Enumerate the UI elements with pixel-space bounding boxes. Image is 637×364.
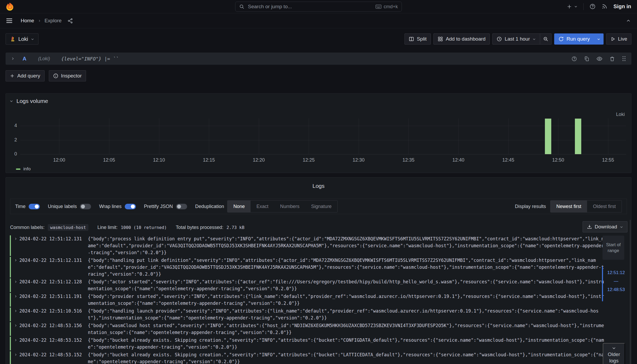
- order-newest-first[interactable]: Newest first: [550, 201, 587, 212]
- time-range-group: Last 1 hour: [492, 33, 552, 45]
- gridline: [59, 118, 59, 154]
- volume-source-label: Loki: [616, 112, 625, 117]
- dedup-none[interactable]: None: [227, 201, 251, 212]
- log-row[interactable]: 2024-02-22 12:51:12.131{"body":"process …: [10, 235, 606, 256]
- log-row[interactable]: 2024-02-22 12:51:11.191{"body":"provider…: [10, 293, 606, 307]
- inspector-button[interactable]: Inspector: [49, 70, 86, 81]
- split-icon: [409, 36, 414, 42]
- search-icon: [239, 4, 244, 9]
- log-timestamp: 2024-02-22 12:48:53.156: [19, 322, 82, 336]
- log-row[interactable]: 2024-02-22 12:51:12.128{"body":"actor st…: [10, 278, 606, 292]
- order-oldest-first[interactable]: Oldest first: [587, 201, 622, 212]
- sign-in-button[interactable]: Sign in: [613, 3, 631, 10]
- toggle-time[interactable]: [29, 204, 40, 209]
- total-bytes-value: 2.73 kB: [226, 225, 244, 230]
- expand-query-icon[interactable]: [11, 57, 15, 60]
- expand-log-icon[interactable]: [14, 280, 17, 292]
- query-expression[interactable]: {level="INFO"} |= ``: [61, 56, 119, 62]
- run-query-button[interactable]: Run query: [554, 33, 594, 45]
- download-label: Download: [595, 224, 617, 230]
- x-axis-tick: 12:10: [153, 157, 165, 163]
- expand-log-icon[interactable]: [14, 339, 17, 350]
- common-labels-label: Common labels:: [10, 225, 45, 230]
- breadcrumb-home[interactable]: Home: [21, 18, 34, 24]
- clock-icon: [497, 36, 502, 42]
- copy-query-icon[interactable]: [584, 56, 589, 62]
- start-of-range-button[interactable]: Start of range: [602, 236, 624, 260]
- logs-scrollbar[interactable]: [630, 220, 631, 364]
- breadcrumb-bar: Home Explore: [0, 13, 637, 28]
- search-input[interactable]: [247, 3, 373, 10]
- grafana-logo[interactable]: [6, 2, 14, 11]
- older-logs-button[interactable]: Older logs: [603, 343, 625, 364]
- expand-log-icon[interactable]: [14, 353, 17, 364]
- x-axis-tick: 12:35: [402, 157, 414, 163]
- expand-log-icon[interactable]: [14, 295, 17, 307]
- log-line-text: {"body":"actor started","severity":"INFO…: [88, 278, 605, 292]
- breadcrumb-separator-icon: [38, 19, 41, 22]
- run-query-group: Run query: [554, 33, 604, 45]
- add-query-label: Add query: [17, 73, 40, 79]
- toggle-unique-labels[interactable]: [80, 204, 91, 209]
- logs-volume-header[interactable]: Logs volume: [10, 98, 48, 104]
- log-row[interactable]: 2024-02-22 12:48:53.152{"body":"bucket a…: [10, 337, 606, 350]
- new-menu-button[interactable]: [567, 4, 578, 9]
- chevron-up-icon[interactable]: [626, 19, 631, 23]
- global-search[interactable]: cmd+k: [235, 2, 402, 12]
- toggle-wrap-lines[interactable]: [125, 204, 136, 209]
- dedup-exact[interactable]: Exact: [251, 201, 274, 212]
- breadcrumb-current[interactable]: Explore: [45, 18, 62, 24]
- log-line-text: {"body":"handling launch provider","seve…: [88, 307, 605, 321]
- log-row[interactable]: 2024-02-22 12:51:12.131{"body":"handling…: [10, 257, 606, 278]
- menu-icon[interactable]: [6, 18, 12, 23]
- volume-bar[interactable]: [545, 119, 551, 154]
- chart-legend[interactable]: info: [16, 166, 31, 172]
- x-axis-tick: 12:50: [552, 157, 564, 163]
- gridline: [359, 118, 359, 154]
- run-query-dropdown[interactable]: [594, 33, 604, 45]
- gridline: [209, 118, 209, 154]
- drag-handle-icon[interactable]: [622, 56, 626, 61]
- expand-log-icon[interactable]: [14, 237, 17, 256]
- live-label: Live: [618, 36, 627, 42]
- log-row[interactable]: 2024-02-22 12:48:53.156{"body":"wasmClou…: [10, 322, 606, 336]
- news-icon[interactable]: [601, 3, 608, 10]
- y-axis-tick: 4: [6, 123, 17, 128]
- toggle-prettify-json[interactable]: [176, 204, 187, 209]
- add-query-button[interactable]: Add query: [6, 70, 45, 81]
- dedup-signature[interactable]: Signature: [305, 201, 337, 212]
- zoom-out-time-button[interactable]: [540, 33, 552, 45]
- query-help-icon[interactable]: [571, 56, 577, 62]
- split-button[interactable]: Split: [404, 33, 431, 45]
- dedup-numbers[interactable]: Numbers: [274, 201, 305, 212]
- time-range-picker[interactable]: Last 1 hour: [492, 33, 540, 45]
- x-axis-tick: 12:15: [203, 157, 215, 163]
- download-button[interactable]: Download: [583, 221, 628, 232]
- log-line-text: {"body":"process link definition entry p…: [88, 235, 605, 256]
- log-row[interactable]: 2024-02-22 12:48:53.152{"body":"bucket a…: [10, 351, 606, 364]
- volume-bar[interactable]: [575, 119, 581, 154]
- share-icon[interactable]: [67, 18, 73, 24]
- loki-logo: [10, 36, 16, 42]
- toggle-visibility-icon[interactable]: [596, 56, 602, 62]
- toggle-label: Time: [15, 204, 25, 209]
- log-row[interactable]: 2024-02-22 12:51:10.516{"body":"handling…: [10, 307, 606, 321]
- expand-log-icon[interactable]: [14, 259, 17, 278]
- gridline: [508, 118, 509, 154]
- shortcut-label: cmd+k: [384, 4, 398, 10]
- gridline: [458, 118, 459, 154]
- log-line-text: {"body":"handling put link definition","…: [88, 257, 605, 278]
- range-to: 12:48:53: [607, 287, 625, 292]
- range-dash: —: [614, 279, 618, 284]
- expand-log-icon[interactable]: [14, 309, 17, 321]
- live-button[interactable]: Live: [606, 33, 631, 45]
- expand-log-icon[interactable]: [14, 324, 17, 336]
- log-rows: 2024-02-22 12:51:12.131{"body":"process …: [10, 235, 606, 364]
- datasource-picker[interactable]: Loki: [6, 33, 38, 45]
- y-axis-tick: 2: [6, 137, 17, 143]
- x-axis-tick: 12:25: [303, 157, 315, 163]
- delete-query-icon[interactable]: [609, 56, 615, 62]
- line-limit-value: 1000 (10 returned): [121, 225, 167, 230]
- help-icon[interactable]: [589, 3, 596, 10]
- add-to-dashboard-button[interactable]: Add to dashboard: [433, 33, 490, 45]
